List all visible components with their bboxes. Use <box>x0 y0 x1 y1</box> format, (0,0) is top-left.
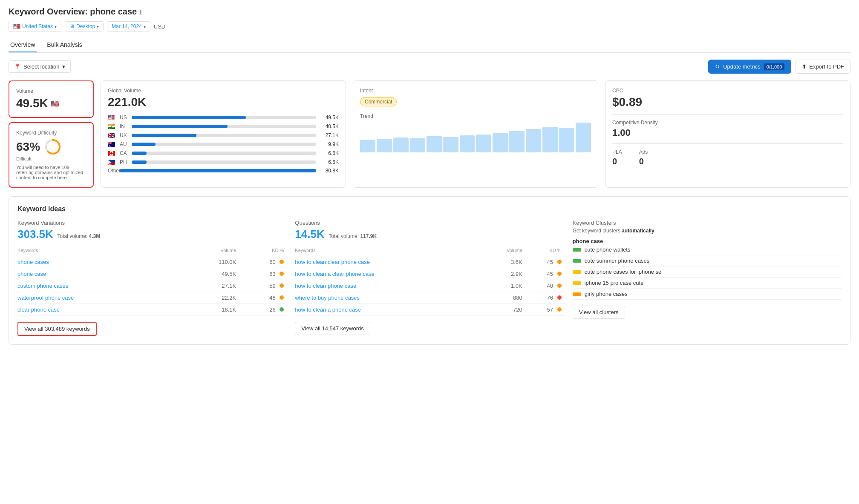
update-metrics-button[interactable]: ↻ Update metrics 0/1,000 <box>708 60 791 74</box>
pla-item: PLA 0 <box>612 149 622 166</box>
variations-count: 303.5K <box>17 228 53 241</box>
table-row: how to clean a phone case 720 57 <box>295 304 564 316</box>
table-row: how to clean clear phone case 3.6K 45 <box>295 256 564 268</box>
filters-row: 🇺🇸 United States ▾ 🖥 Desktop ▾ Mar 14, 2… <box>9 21 850 32</box>
table-row: how to clean a clear phone case 2.9K 45 <box>295 268 564 280</box>
toolbar-actions: ↻ Update metrics 0/1,000 ⬆ Export to PDF <box>708 60 850 74</box>
questions-column: Questions 14.5K Total volume: 117.9K Key… <box>295 220 564 336</box>
variations-column: Keyword Variations 303.5K Total volume: … <box>17 220 286 336</box>
export-icon: ⬆ <box>802 63 807 70</box>
keyword-ideas-section: Keyword ideas Keyword Variations 303.5K … <box>9 196 850 345</box>
cluster-header: phone case <box>573 238 842 244</box>
country-bar-row: 🇦🇺 AU 9.9K <box>108 141 339 148</box>
country-bar-row: 🇨🇦 CA 6.6K <box>108 150 339 157</box>
ads-item: Ads 0 <box>639 149 648 166</box>
table-row: how to clean phone case 1.0K 40 <box>295 280 564 292</box>
clusters-column: Keyword Clusters Get keyword clusters au… <box>573 220 842 336</box>
trend-chart <box>360 123 591 152</box>
cluster-items: cute phone wallets cute summer phone cas… <box>573 244 842 300</box>
view-all-questions-button[interactable]: View all 14,547 keywords <box>295 322 370 335</box>
variations-tbody: phone cases 110.0K 60 phone case 49.5K 6… <box>17 256 286 316</box>
global-volume-card: Global Volume 221.0K 🇺🇸 US 49.5K 🇮🇳 IN 4… <box>101 80 346 188</box>
country-filter[interactable]: 🇺🇸 United States ▾ <box>9 21 61 32</box>
view-all-clusters-button[interactable]: View all clusters <box>573 306 625 319</box>
chevron-down-icon: ▾ <box>144 24 146 29</box>
desktop-icon: 🖥 <box>69 23 75 29</box>
country-bar-row: 🇺🇸 US 49.5K <box>108 114 339 121</box>
clusters-note: Get keyword clusters automatically <box>573 228 842 234</box>
export-button[interactable]: ⬆ Export to PDF <box>796 60 850 74</box>
country-bars: 🇺🇸 US 49.5K 🇮🇳 IN 40.5K 🇬🇧 UK 27.1K 🇦🇺 A… <box>108 114 339 174</box>
table-row: waterproof phone case 22.2K 48 <box>17 292 286 304</box>
location-icon: 📍 <box>14 63 21 70</box>
chevron-down-icon: ▾ <box>55 24 57 29</box>
country-flag: 🇺🇸 <box>13 23 20 30</box>
cluster-item: cute phone cases for iphone se <box>573 266 842 278</box>
country-bar-row: 🇮🇳 IN 40.5K <box>108 123 339 130</box>
questions-table: Keywords Volume KD % how to clean clear … <box>295 246 564 316</box>
ideas-grid: Keyword Variations 303.5K Total volume: … <box>17 220 842 336</box>
questions-count: 14.5K <box>295 228 324 241</box>
toolbar-row: 📍 Select location ▾ ↻ Update metrics 0/1… <box>9 60 850 74</box>
questions-tbody: how to clean clear phone case 3.6K 45 ho… <box>295 256 564 316</box>
keyword-ideas-title: Keyword ideas <box>17 205 842 213</box>
info-icon[interactable]: ℹ <box>139 9 141 16</box>
chevron-down-icon: ▾ <box>97 24 99 29</box>
cluster-item: cute phone wallets <box>573 244 842 255</box>
tabs-row: Overview Bulk Analysis <box>9 38 850 53</box>
view-all-variations-button[interactable]: View all 303,489 keywords <box>17 322 97 336</box>
metrics-grid: Volume 49.5K 🇺🇸 Keyword Difficulty 63% <box>9 80 850 188</box>
date-filter[interactable]: Mar 14, 2024 ▾ <box>107 21 150 32</box>
cluster-item: cute summer phone cases <box>573 255 842 266</box>
country-bar-row: 🇬🇧 UK 27.1K <box>108 132 339 139</box>
currency-label: USD <box>154 23 165 30</box>
country-bar-row: Other 80.8K <box>108 168 339 174</box>
cpc-density-card: CPC $0.89 Competitive Density 1.00 PLA 0… <box>605 80 850 188</box>
page-title: Keyword Overview: phone case ℹ <box>9 7 850 17</box>
table-row: phone cases 110.0K 60 <box>17 256 286 268</box>
questions-total: Total volume: 117.9K <box>329 233 377 239</box>
location-select[interactable]: 📍 Select location ▾ <box>9 60 71 73</box>
refresh-icon: ↻ <box>715 63 720 70</box>
table-row: where to buy phone cases 880 76 <box>295 292 564 304</box>
intent-trend-card: Intent Commercial Trend <box>353 80 598 188</box>
country-bar-row: 🇵🇭 PH 6.6K <box>108 159 339 166</box>
volume-card: Volume 49.5K 🇺🇸 <box>9 80 94 118</box>
intent-badge: Commercial <box>360 97 397 106</box>
tab-bulk-analysis[interactable]: Bulk Analysis <box>45 38 84 52</box>
table-row: custom phone cases 27.1K 59 <box>17 280 286 292</box>
table-row: clear phone case 18.1K 26 <box>17 304 286 316</box>
cluster-item: girly phone cases <box>573 289 842 300</box>
tab-overview[interactable]: Overview <box>9 38 37 52</box>
metrics-badge: 0/1,000 <box>764 63 785 70</box>
chevron-down-icon: ▾ <box>62 63 65 70</box>
table-row: phone case 49.5K 63 <box>17 268 286 280</box>
variations-table: Keywords Volume KD % phone cases 110.0K … <box>17 246 286 316</box>
variations-total: Total volume: 4.3M <box>57 233 100 239</box>
pla-ads-row: PLA 0 Ads 0 <box>612 149 843 166</box>
device-filter[interactable]: 🖥 Desktop ▾ <box>65 21 104 32</box>
kd-card: Keyword Difficulty 63% Difficult You wil… <box>9 122 94 188</box>
cluster-item: iphone 15 pro case cute <box>573 278 842 289</box>
kd-circle <box>44 138 61 155</box>
